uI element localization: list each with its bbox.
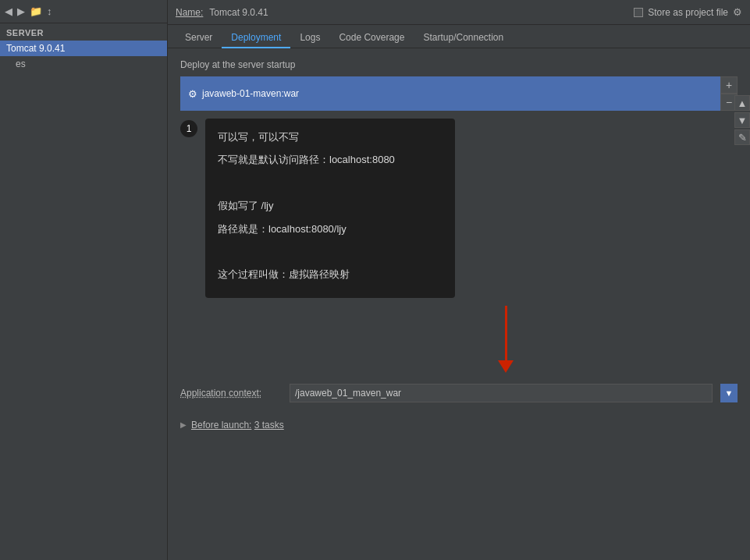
store-project-label: Store as project file — [648, 7, 728, 18]
topbar: Name: Tomcat 9.0.41 Store as project fil… — [168, 0, 750, 25]
back-icon[interactable]: ◀ — [5, 5, 12, 17]
tooltip-container: 1 可以写，可以不写 不写就是默认访问路径：localhost:8080 假如写… — [180, 119, 738, 298]
tabs-bar: Server Deployment Logs Code Coverage Sta… — [168, 25, 750, 48]
name-label: Name: — [176, 7, 203, 18]
tab-server[interactable]: Server — [176, 28, 222, 48]
app-context-label: Application context: — [180, 388, 282, 399]
app-context-row: Application context: ▼ — [180, 384, 738, 402]
tooltip-line-blank-1 — [218, 174, 443, 192]
deploy-list: ⚙ javaweb-01-maven:war + − — [180, 76, 738, 111]
before-launch[interactable]: ▶ Before launch: 3 tasks — [180, 415, 738, 435]
before-launch-expand-icon: ▶ — [180, 420, 187, 429]
app-context-dropdown[interactable]: ▼ — [720, 384, 738, 402]
sidebar: ◀ ▶ 📁 ↕ Server Tomcat 9.0.41 es — [0, 0, 168, 560]
add-deploy-button[interactable]: + — [720, 76, 738, 94]
sort-icon[interactable]: ↕ — [47, 5, 52, 17]
before-launch-label: Before launch: 3 tasks — [191, 420, 284, 431]
deploy-section-label: Deploy at the server startup — [180, 59, 738, 70]
topbar-right: Store as project file ⚙ — [634, 6, 742, 18]
arrow-container — [180, 306, 738, 373]
tooltip-line-0: 可以写，可以不写 — [218, 128, 443, 146]
forward-icon[interactable]: ▶ — [17, 5, 25, 17]
sidebar-header: Server — [0, 23, 167, 41]
tooltip-line-1: 不写就是默认访问路径：localhost:8080 — [218, 151, 443, 168]
tooltip-line-4: 这个过程叫做：虚拟路径映射 — [218, 265, 443, 283]
tooltip-line-3: 路径就是：localhost:8080/ljy — [218, 220, 443, 238]
sidebar-toolbar: ◀ ▶ 📁 ↕ — [0, 0, 167, 23]
gear-icon[interactable]: ⚙ — [733, 6, 742, 18]
tab-deployment[interactable]: Deployment — [222, 28, 290, 48]
deploy-item[interactable]: ⚙ javaweb-01-maven:war — [180, 76, 720, 111]
folder-icon[interactable]: 📁 — [30, 5, 42, 17]
tooltip-box: 可以写，可以不写 不写就是默认访问路径：localhost:8080 假如写了 … — [205, 119, 455, 298]
sidebar-item-tomcat[interactable]: Tomcat 9.0.41 — [0, 41, 167, 56]
deploy-item-icon: ⚙ — [188, 88, 197, 100]
deploy-item-label: javaweb-01-maven:war — [202, 88, 299, 99]
red-arrow — [498, 306, 514, 373]
tab-startup-connection[interactable]: Startup/Connection — [414, 28, 513, 48]
store-project-checkbox[interactable] — [634, 8, 643, 17]
tooltip-line-blank-2 — [218, 243, 443, 261]
sidebar-sub-item-es[interactable]: es — [0, 56, 167, 72]
tooltip-number: 1 — [180, 120, 197, 137]
name-value: Tomcat 9.0.41 — [209, 7, 268, 18]
tab-logs[interactable]: Logs — [290, 28, 329, 48]
scroll-up-button[interactable]: ▲ — [734, 95, 750, 111]
app-context-input[interactable] — [290, 384, 713, 402]
main-panel: Name: Tomcat 9.0.41 Store as project fil… — [168, 0, 750, 560]
content-area: Deploy at the server startup ⚙ javaweb-0… — [168, 48, 750, 560]
tab-code-coverage[interactable]: Code Coverage — [329, 28, 414, 48]
tooltip-line-2: 假如写了 /ljy — [218, 197, 443, 214]
arrow-head — [498, 360, 514, 373]
arrow-line — [505, 306, 507, 360]
